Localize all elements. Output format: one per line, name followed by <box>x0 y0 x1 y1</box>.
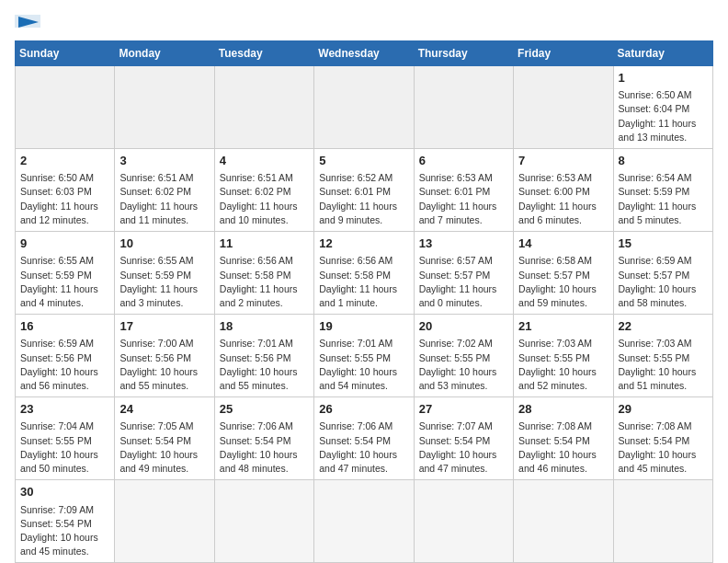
calendar-cell <box>613 480 712 563</box>
calendar-cell: 28Sunrise: 7:08 AM Sunset: 5:54 PM Dayli… <box>514 397 613 480</box>
calendar-cell: 9Sunrise: 6:55 AM Sunset: 5:59 PM Daylig… <box>16 232 115 315</box>
day-info: Sunrise: 6:51 AM Sunset: 6:02 PM Dayligh… <box>119 171 209 227</box>
day-info: Sunrise: 6:58 AM Sunset: 5:57 PM Dayligh… <box>518 254 608 310</box>
day-info: Sunrise: 6:50 AM Sunset: 6:03 PM Dayligh… <box>20 171 109 227</box>
logo <box>15 15 61 29</box>
calendar-cell <box>514 480 613 563</box>
calendar-cell <box>414 480 513 563</box>
day-number: 9 <box>20 236 109 252</box>
day-info: Sunrise: 7:08 AM Sunset: 5:54 PM Dayligh… <box>518 419 608 476</box>
calendar-cell: 8Sunrise: 6:54 AM Sunset: 5:59 PM Daylig… <box>613 149 712 232</box>
calendar-cell: 27Sunrise: 7:07 AM Sunset: 5:54 PM Dayli… <box>414 397 513 480</box>
day-info: Sunrise: 7:06 AM Sunset: 5:54 PM Dayligh… <box>220 419 309 476</box>
calendar-cell: 10Sunrise: 6:55 AM Sunset: 5:59 PM Dayli… <box>115 232 214 315</box>
day-number: 29 <box>619 401 708 418</box>
calendar-cell: 7Sunrise: 6:53 AM Sunset: 6:00 PM Daylig… <box>514 149 613 232</box>
day-info: Sunrise: 7:03 AM Sunset: 5:55 PM Dayligh… <box>518 337 608 393</box>
day-info: Sunrise: 6:51 AM Sunset: 6:02 PM Dayligh… <box>220 171 309 227</box>
day-info: Sunrise: 6:50 AM Sunset: 6:04 PM Dayligh… <box>619 88 708 144</box>
day-info: Sunrise: 6:57 AM Sunset: 5:57 PM Dayligh… <box>419 254 508 310</box>
calendar-cell <box>214 66 313 149</box>
day-number: 12 <box>319 236 408 252</box>
calendar-cell: 12Sunrise: 6:56 AM Sunset: 5:58 PM Dayli… <box>314 232 414 315</box>
calendar-cell <box>314 480 414 563</box>
calendar-cell: 26Sunrise: 7:06 AM Sunset: 5:54 PM Dayli… <box>314 397 414 480</box>
day-info: Sunrise: 6:55 AM Sunset: 5:59 PM Dayligh… <box>20 254 109 310</box>
calendar-cell: 4Sunrise: 6:51 AM Sunset: 6:02 PM Daylig… <box>214 149 313 232</box>
day-info: Sunrise: 6:53 AM Sunset: 6:00 PM Dayligh… <box>518 171 608 227</box>
calendar-header-row: SundayMondayTuesdayWednesdayThursdayFrid… <box>16 41 713 66</box>
calendar-cell: 30Sunrise: 7:09 AM Sunset: 5:54 PM Dayli… <box>16 480 115 563</box>
day-number: 11 <box>220 236 309 252</box>
calendar-week-6: 30Sunrise: 7:09 AM Sunset: 5:54 PM Dayli… <box>16 480 713 563</box>
day-info: Sunrise: 7:01 AM Sunset: 5:55 PM Dayligh… <box>319 337 408 393</box>
calendar-cell: 5Sunrise: 6:52 AM Sunset: 6:01 PM Daylig… <box>314 149 414 232</box>
day-number: 2 <box>20 153 109 169</box>
day-info: Sunrise: 6:59 AM Sunset: 5:57 PM Dayligh… <box>619 254 708 310</box>
day-number: 3 <box>119 153 209 169</box>
day-number: 22 <box>619 318 708 335</box>
day-info: Sunrise: 7:05 AM Sunset: 5:54 PM Dayligh… <box>119 419 209 476</box>
calendar-week-5: 23Sunrise: 7:04 AM Sunset: 5:55 PM Dayli… <box>16 397 713 480</box>
day-info: Sunrise: 6:56 AM Sunset: 5:58 PM Dayligh… <box>220 254 309 310</box>
calendar-cell: 14Sunrise: 6:58 AM Sunset: 5:57 PM Dayli… <box>514 232 613 315</box>
calendar-cell: 2Sunrise: 6:50 AM Sunset: 6:03 PM Daylig… <box>16 149 115 232</box>
day-number: 20 <box>419 318 508 335</box>
day-info: Sunrise: 7:07 AM Sunset: 5:54 PM Dayligh… <box>419 419 508 476</box>
day-info: Sunrise: 7:08 AM Sunset: 5:54 PM Dayligh… <box>619 419 708 476</box>
calendar-cell <box>214 480 313 563</box>
day-number: 6 <box>419 153 508 169</box>
day-number: 16 <box>20 318 109 335</box>
day-number: 21 <box>518 318 608 335</box>
logo-icon <box>15 15 61 29</box>
calendar-week-4: 16Sunrise: 6:59 AM Sunset: 5:56 PM Dayli… <box>16 315 713 397</box>
calendar-cell <box>514 66 613 149</box>
day-info: Sunrise: 7:02 AM Sunset: 5:55 PM Dayligh… <box>419 337 508 393</box>
calendar-cell: 22Sunrise: 7:03 AM Sunset: 5:55 PM Dayli… <box>613 315 712 397</box>
calendar-cell: 1Sunrise: 6:50 AM Sunset: 6:04 PM Daylig… <box>613 66 712 149</box>
day-info: Sunrise: 6:59 AM Sunset: 5:56 PM Dayligh… <box>20 337 109 393</box>
day-header-friday: Friday <box>514 41 613 66</box>
day-info: Sunrise: 6:52 AM Sunset: 6:01 PM Dayligh… <box>319 171 408 227</box>
day-number: 1 <box>619 70 708 86</box>
day-number: 8 <box>619 153 708 169</box>
day-info: Sunrise: 7:01 AM Sunset: 5:56 PM Dayligh… <box>220 337 309 393</box>
day-number: 23 <box>20 401 109 418</box>
day-info: Sunrise: 6:55 AM Sunset: 5:59 PM Dayligh… <box>119 254 209 310</box>
day-info: Sunrise: 6:53 AM Sunset: 6:01 PM Dayligh… <box>419 171 508 227</box>
calendar-cell: 21Sunrise: 7:03 AM Sunset: 5:55 PM Dayli… <box>514 315 613 397</box>
day-number: 14 <box>518 236 608 252</box>
day-header-wednesday: Wednesday <box>314 41 414 66</box>
day-header-sunday: Sunday <box>16 41 115 66</box>
calendar-cell: 17Sunrise: 7:00 AM Sunset: 5:56 PM Dayli… <box>115 315 214 397</box>
day-number: 26 <box>319 401 408 418</box>
calendar-week-3: 9Sunrise: 6:55 AM Sunset: 5:59 PM Daylig… <box>16 232 713 315</box>
calendar-cell: 6Sunrise: 6:53 AM Sunset: 6:01 PM Daylig… <box>414 149 513 232</box>
calendar-cell: 20Sunrise: 7:02 AM Sunset: 5:55 PM Dayli… <box>414 315 513 397</box>
day-number: 24 <box>119 401 209 418</box>
day-info: Sunrise: 7:09 AM Sunset: 5:54 PM Dayligh… <box>20 503 109 559</box>
calendar-cell: 18Sunrise: 7:01 AM Sunset: 5:56 PM Dayli… <box>214 315 313 397</box>
calendar-cell: 23Sunrise: 7:04 AM Sunset: 5:55 PM Dayli… <box>16 397 115 480</box>
calendar-cell: 3Sunrise: 6:51 AM Sunset: 6:02 PM Daylig… <box>115 149 214 232</box>
calendar-cell: 24Sunrise: 7:05 AM Sunset: 5:54 PM Dayli… <box>115 397 214 480</box>
day-info: Sunrise: 6:56 AM Sunset: 5:58 PM Dayligh… <box>319 254 408 310</box>
calendar-cell <box>16 66 115 149</box>
day-number: 19 <box>319 318 408 335</box>
day-info: Sunrise: 7:06 AM Sunset: 5:54 PM Dayligh… <box>319 419 408 476</box>
day-header-monday: Monday <box>115 41 214 66</box>
day-info: Sunrise: 7:00 AM Sunset: 5:56 PM Dayligh… <box>119 337 209 393</box>
calendar-week-1: 1Sunrise: 6:50 AM Sunset: 6:04 PM Daylig… <box>16 66 713 149</box>
day-number: 13 <box>419 236 508 252</box>
day-header-tuesday: Tuesday <box>214 41 313 66</box>
day-number: 18 <box>220 318 309 335</box>
calendar-cell: 13Sunrise: 6:57 AM Sunset: 5:57 PM Dayli… <box>414 232 513 315</box>
page-header <box>15 15 713 29</box>
calendar-cell <box>314 66 414 149</box>
calendar-cell: 29Sunrise: 7:08 AM Sunset: 5:54 PM Dayli… <box>613 397 712 480</box>
day-info: Sunrise: 7:03 AM Sunset: 5:55 PM Dayligh… <box>619 337 708 393</box>
calendar-cell <box>115 480 214 563</box>
calendar-cell: 15Sunrise: 6:59 AM Sunset: 5:57 PM Dayli… <box>613 232 712 315</box>
day-number: 10 <box>119 236 209 252</box>
day-header-saturday: Saturday <box>613 41 712 66</box>
